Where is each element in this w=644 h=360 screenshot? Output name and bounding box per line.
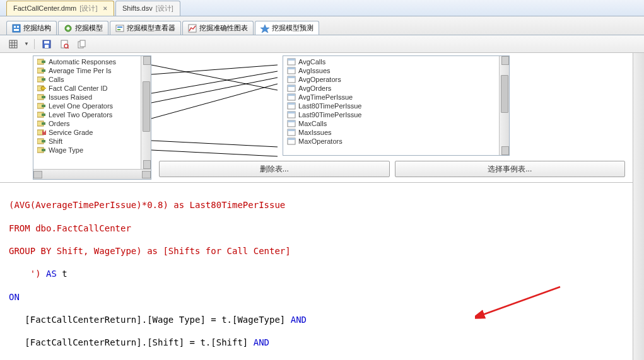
attr-icon: [37, 137, 46, 145]
svg-rect-16: [45, 45, 49, 48]
tree-item[interactable]: AvgCalls: [283, 57, 499, 66]
copy-button[interactable]: [75, 38, 89, 50]
svg-rect-60: [288, 94, 295, 96]
toolbar: ▼: [0, 35, 644, 53]
viewer-icon: [115, 24, 124, 33]
tab-mining-models[interactable]: 挖掘模型: [58, 21, 108, 35]
attr-icon: [37, 120, 46, 127]
vertical-scrollbar[interactable]: [499, 56, 509, 155]
structure-icon: [12, 24, 21, 33]
tree-item[interactable]: AvgIssues: [283, 66, 499, 75]
tab-mining-structure[interactable]: 挖掘结构: [6, 21, 57, 35]
tree-item[interactable]: Last80TimePerIssue: [283, 102, 499, 110]
tree-item[interactable]: Shift: [33, 137, 141, 146]
svg-rect-25: [42, 69, 45, 72]
svg-line-19: [67, 47, 69, 49]
tree-item[interactable]: Wage Type: [33, 146, 141, 154]
svg-rect-41: [42, 140, 45, 142]
tree-item[interactable]: Level One Operators: [33, 102, 141, 110]
svg-rect-5: [116, 25, 124, 32]
tree-item[interactable]: AvgTimePerIssue: [283, 93, 499, 102]
predict-attr-icon: [37, 129, 46, 136]
key-icon: [37, 84, 46, 92]
input-table-panel: AvgCalls AvgIssues AvgOperators AvgOrder…: [283, 55, 510, 156]
svg-rect-30: [44, 88, 46, 89]
attr-icon: [37, 67, 46, 74]
column-icon: [287, 102, 296, 110]
svg-rect-7: [117, 29, 120, 30]
table-buttons: 删除表... 选择事例表...: [156, 158, 628, 180]
svg-rect-27: [42, 78, 45, 81]
column-icon: [287, 84, 296, 92]
column-icon: [287, 76, 296, 83]
svg-rect-34: [42, 105, 45, 107]
svg-rect-0: [13, 25, 20, 32]
tab-label: 挖掘结构: [23, 23, 51, 33]
svg-rect-15: [44, 41, 49, 44]
doc-tab-suffix: [设计]: [156, 4, 173, 12]
close-icon[interactable]: ×: [103, 4, 107, 12]
tree-item[interactable]: Orders: [33, 119, 141, 128]
tree-item[interactable]: MaxIssues: [283, 128, 499, 137]
horizontal-scrollbar[interactable]: [33, 169, 151, 179]
tree-item[interactable]: Average Time Per Is: [33, 66, 141, 75]
svg-rect-21: [80, 40, 85, 47]
tree-item[interactable]: AvgOrders: [283, 84, 499, 93]
global-vertical-scrollbar[interactable]: [633, 53, 644, 360]
svg-rect-38: [42, 122, 45, 125]
svg-rect-56: [288, 76, 295, 78]
svg-rect-1: [14, 26, 16, 28]
tree-item[interactable]: Automatic Responses: [33, 57, 141, 66]
tree-item[interactable]: Issues Raised: [33, 93, 141, 102]
app-window: FactCallCenter.dmm [设计] × Shifts.dsv [设计…: [0, 0, 644, 360]
delete-table-button[interactable]: 删除表...: [159, 161, 390, 177]
tree-item[interactable]: Service Grade: [33, 128, 141, 137]
svg-rect-58: [288, 85, 295, 87]
predict-icon: [261, 24, 269, 33]
model-icon: [64, 24, 73, 33]
left-column-tree: Automatic Responses Average Time Per Is …: [33, 56, 141, 169]
attr-icon: [37, 111, 46, 119]
tree-item[interactable]: MaxOperators: [283, 137, 499, 146]
right-column-tree: AvgCalls AvgIssues AvgOperators AvgOrder…: [283, 56, 499, 155]
tree-item[interactable]: Last90TimePerIssue: [283, 110, 499, 119]
column-icon: [287, 67, 296, 74]
query-button[interactable]: [57, 38, 71, 50]
tree-item[interactable]: Fact Call Center ID: [33, 84, 141, 93]
tab-label: 挖掘准确性图表: [199, 23, 248, 33]
attr-icon: [37, 93, 46, 101]
tree-item[interactable]: MaxCalls: [283, 119, 499, 128]
tree-item[interactable]: Calls: [33, 75, 141, 84]
column-icon: [287, 129, 296, 136]
save-button[interactable]: [40, 38, 54, 50]
column-icon: [287, 58, 296, 66]
svg-rect-36: [42, 113, 45, 116]
svg-rect-52: [288, 59, 295, 61]
tab-mining-accuracy[interactable]: 挖掘准确性图表: [182, 21, 254, 35]
doc-tab-suffix: [设计]: [79, 4, 97, 12]
svg-rect-9: [9, 40, 17, 48]
doc-tab-label: FactCallCenter.dmm: [13, 4, 76, 12]
svg-rect-54: [288, 67, 295, 69]
tree-item[interactable]: AvgOperators: [283, 75, 499, 84]
column-icon: [287, 120, 296, 127]
doc-tab-label: Shifts.dsv: [122, 4, 153, 12]
tab-label: 挖掘模型查看器: [127, 23, 175, 33]
svg-rect-6: [117, 26, 122, 28]
svg-rect-64: [288, 112, 295, 113]
doc-tab-factcallcenter[interactable]: FactCallCenter.dmm [设计] ×: [6, 1, 114, 16]
dmx-query-editor[interactable]: (AVG(AverageTimePerIssue)*0.8) as Last80…: [0, 183, 633, 360]
select-case-table-button[interactable]: 选择事例表...: [395, 161, 626, 177]
doc-tab-shifts[interactable]: Shifts.dsv [设计]: [115, 1, 180, 16]
tab-mining-prediction[interactable]: 挖掘模型预测: [255, 21, 319, 35]
document-tab-bar: FactCallCenter.dmm [设计] × Shifts.dsv [设计…: [0, 0, 644, 16]
dropdown-arrow-icon[interactable]: ▼: [24, 41, 29, 47]
tab-label: 挖掘模型预测: [272, 23, 313, 33]
tree-item[interactable]: Level Two Operators: [33, 110, 141, 119]
svg-rect-70: [288, 138, 295, 140]
column-icon: [287, 137, 296, 145]
vertical-scrollbar[interactable]: [141, 56, 151, 169]
tab-mining-viewer[interactable]: 挖掘模型查看器: [110, 21, 181, 35]
attr-icon: [37, 58, 46, 66]
grid-button[interactable]: [6, 38, 20, 50]
